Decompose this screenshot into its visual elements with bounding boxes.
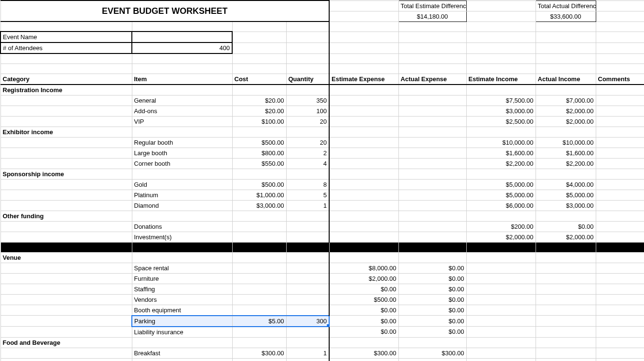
table-row: Investment(s)$2,000.00$2,000.00 (0, 232, 644, 242)
budget-spreadsheet[interactable]: EVENT BUDGET WORKSHEET Total Estimate Di… (0, 0, 644, 361)
table-row: Vendors$500.00$0.00 (0, 294, 644, 305)
item-cell[interactable]: Diamond (132, 200, 232, 211)
item-cell[interactable]: Lunch (132, 358, 232, 361)
attendees-input[interactable]: 400 (132, 42, 232, 53)
category-label: Sponsorship income (0, 169, 132, 179)
item-cell[interactable]: VIP (132, 116, 232, 127)
table-row: Space rental$8,000.00$0.00 (0, 263, 644, 273)
col-act-income: Actual Income (536, 74, 596, 85)
table-row: Donations$200.00$0.00 (0, 221, 644, 232)
item-cell[interactable]: Donations (132, 221, 232, 232)
col-comments: Comments (596, 74, 644, 85)
item-cell[interactable]: Booth equipment (132, 305, 232, 316)
attendees-label: # of Attendees (0, 42, 132, 53)
category-label: Registration Income (0, 85, 132, 96)
total-estimate-diff-value[interactable]: $14,180.00 (398, 11, 466, 21)
worksheet-title: EVENT BUDGET WORKSHEET (0, 0, 329, 21)
event-name-label: Event Name (0, 32, 132, 42)
table-row: Regular booth$500.0020$10,000.00$10,000.… (0, 137, 644, 148)
table-row: Breakfast$300.001$300.00$300.00 (0, 348, 644, 358)
table-row: Staffing$0.00$0.00 (0, 284, 644, 294)
item-cell[interactable]: Staffing (132, 284, 232, 294)
table-row-selected: Parking $5.00 300 $0.00 $0.00 (0, 316, 644, 327)
category-label: Exhibitor income (0, 127, 132, 137)
item-cell[interactable]: Furniture (132, 273, 232, 284)
col-est-expense: Estimate Expense (329, 74, 398, 85)
table-row: Liability insurance$0.00$0.00 (0, 327, 644, 338)
item-cell[interactable]: Liability insurance (132, 327, 232, 338)
item-cell[interactable]: Large booth (132, 148, 232, 158)
item-cell[interactable]: Add-ons (132, 106, 232, 116)
item-cell[interactable]: Parking (132, 316, 232, 327)
table-row: Large booth$800.002$1,600.00$1,600.00 (0, 148, 644, 158)
table-row: Corner booth$550.004$2,200.00$2,200.00 (0, 158, 644, 169)
table-row: Platinum$1,000.005$5,000.00$5,000.00 (0, 190, 644, 200)
col-item: Item (132, 74, 232, 85)
category-label: Food and Beverage (0, 337, 132, 348)
table-row: Gold$500.008$5,000.00$4,000.00 (0, 179, 644, 190)
item-cell[interactable]: General (132, 95, 232, 106)
table-row: General$20.00350$7,500.00$7,000.00 (0, 95, 644, 106)
event-name-input[interactable] (132, 32, 232, 42)
category-label: Other funding (0, 211, 132, 221)
item-cell[interactable]: Space rental (132, 263, 232, 273)
table-row: Add-ons$20.00100$3,000.00$2,000.00 (0, 106, 644, 116)
table-row: VIP$100.0020$2,500.00$2,000.00 (0, 116, 644, 127)
col-est-income: Estimate Income (466, 74, 536, 85)
col-act-expense: Actual Expense (398, 74, 466, 85)
section-divider (0, 242, 644, 252)
category-label: Venue (0, 252, 132, 263)
item-cell[interactable]: Regular booth (132, 137, 232, 148)
total-actual-diff-value[interactable]: $33,600.00 (536, 11, 596, 21)
total-estimate-diff-label: Total Estimate Difference (398, 0, 466, 11)
item-cell[interactable]: Breakfast (132, 348, 232, 358)
total-actual-diff-label: Total Actual Difference (536, 0, 596, 11)
item-cell[interactable]: Platinum (132, 190, 232, 200)
table-row: Diamond$3,000.001$6,000.00$3,000.00 (0, 200, 644, 211)
col-category: Category (0, 74, 132, 85)
item-cell[interactable]: Corner booth (132, 158, 232, 169)
table-row: Booth equipment$0.00$0.00 (0, 305, 644, 316)
table-row: Furniture$2,000.00$0.00 (0, 273, 644, 284)
col-cost: Cost (232, 74, 286, 85)
item-cell[interactable]: Investment(s) (132, 232, 232, 242)
col-quantity: Quantity (286, 74, 329, 85)
item-cell[interactable]: Vendors (132, 294, 232, 305)
table-row: Lunch$400.002$800.00$800.00 (0, 358, 644, 361)
item-cell[interactable]: Gold (132, 179, 232, 190)
